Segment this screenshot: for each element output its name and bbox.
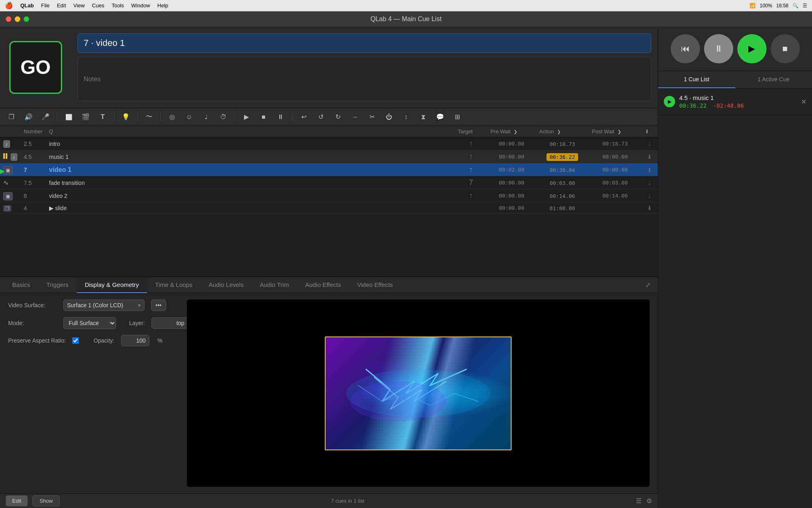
apple-menu[interactable]: 🍎: [5, 2, 13, 9]
opacity-input[interactable]: [121, 335, 149, 346]
toolbar-loop-btn[interactable]: ↕: [399, 111, 413, 123]
cue-row-name: ▶ slide: [46, 202, 455, 214]
menu-edit[interactable]: Edit: [57, 2, 66, 9]
col-header-action[interactable]: Action ❯: [536, 126, 589, 137]
tab-audio-effects[interactable]: Audio Effects: [297, 277, 349, 293]
cue-row-prewait: 00:00.00: [487, 150, 536, 163]
aspect-ratio-checkbox[interactable]: [72, 337, 79, 344]
table-row[interactable]: ♪ 4.5 music 1 ↑ 00:00.00 00:36.22 00:00.…: [0, 150, 658, 163]
go-button[interactable]: GO: [9, 41, 62, 94]
toolbar-chat-btn[interactable]: 💬: [433, 111, 447, 123]
tab-display-geometry[interactable]: Display & Geometry: [77, 277, 147, 293]
cue-row-end: ⬇: [641, 202, 658, 214]
cue-row-number: 4.5: [21, 150, 46, 163]
toolbar-power-btn[interactable]: ⏻: [382, 111, 396, 123]
tab-audio-trim[interactable]: Audio Trim: [252, 277, 297, 293]
rewind-button[interactable]: ⏮: [671, 34, 700, 63]
toolbar-undo-btn[interactable]: ↺: [313, 111, 328, 123]
menu-help[interactable]: Help: [158, 2, 168, 9]
cue-row-end: ↓: [641, 189, 658, 202]
tab-time-loops[interactable]: Time & Loops: [147, 277, 201, 293]
display-geometry-main: Video Surface: Surface 1 (Color LCD) •••…: [8, 300, 650, 487]
maximize-button[interactable]: [24, 16, 29, 22]
layer-value-input[interactable]: [151, 317, 188, 329]
toolbar-text-btn[interactable]: T: [95, 111, 110, 123]
svg-point-1: [350, 381, 446, 421]
table-row[interactable]: ▣ 8 video 2 ↑ 00:00.00 00:14.06 00:14.06…: [0, 189, 658, 202]
menu-tools[interactable]: Tools: [112, 2, 124, 9]
table-row[interactable]: ❐ 4 ▶ slide 00:00.00 01:00.00 ⬇: [0, 202, 658, 214]
settings-icon[interactable]: ⚙: [646, 497, 652, 505]
toolbar-group-btn[interactable]: ❐: [4, 111, 19, 123]
play-button[interactable]: ▶: [737, 34, 767, 63]
toolbar-grid-btn[interactable]: ⊞: [450, 111, 464, 123]
layer-label: Layer:: [129, 320, 145, 326]
active-cue-remaining: -02:48.86: [713, 102, 744, 109]
tab-basics[interactable]: Basics: [4, 277, 38, 293]
table-row[interactable]: ∿ 7.5 fade transition 7 00:00.00 00:03.0…: [0, 176, 658, 189]
panel-expand-button[interactable]: ⤢: [642, 277, 654, 293]
toolbar-mic-btn[interactable]: 🎤: [38, 111, 53, 123]
video-preview-box: [311, 330, 526, 456]
pause-button[interactable]: ⏸: [704, 34, 733, 63]
toolbar-pause-btn[interactable]: ⏸: [273, 111, 288, 123]
active-cue-close-button[interactable]: ✕: [801, 98, 806, 106]
toolbar-video-btn[interactable]: 🎬: [78, 111, 93, 123]
toolbar-screen-btn[interactable]: ⬜: [61, 111, 76, 123]
toolbar-emoji-btn[interactable]: ☺: [182, 111, 197, 123]
notification-icon[interactable]: ☰: [803, 3, 807, 9]
cue-table-container[interactable]: Number Q Target Pre Wait ❯: [0, 126, 658, 276]
list-view-icon[interactable]: ☰: [636, 497, 641, 505]
search-icon[interactable]: 🔍: [793, 3, 799, 9]
menu-window[interactable]: Window: [131, 2, 150, 9]
toolbar-music-btn[interactable]: ♩: [199, 111, 214, 123]
menu-cues[interactable]: Cues: [92, 2, 104, 9]
mode-select[interactable]: Full Surface: [63, 317, 116, 329]
show-button[interactable]: Show: [32, 495, 60, 506]
toolbar-back-btn[interactable]: ↩: [296, 111, 311, 123]
cue-row-prewait: 00:02.00: [487, 163, 536, 176]
toolbar-light-btn[interactable]: 💡: [119, 111, 133, 123]
cue-row-prewait: 00:00.00: [487, 176, 536, 189]
tab-video-effects[interactable]: Video Effects: [349, 277, 401, 293]
edit-button[interactable]: Edit: [6, 495, 28, 506]
top-section: GO: [0, 27, 658, 108]
toolbar-sep-1: [57, 113, 57, 122]
toolbar-stop-btn[interactable]: ■: [256, 111, 271, 123]
toolbar-play-btn[interactable]: ▶: [239, 111, 254, 123]
toolbar-hourglass-btn[interactable]: ⧗: [416, 111, 430, 123]
video-surface-select[interactable]: Surface 1 (Color LCD): [63, 300, 145, 311]
tab-triggers[interactable]: Triggers: [38, 277, 76, 293]
menu-view[interactable]: View: [73, 2, 85, 9]
col-header-prewait[interactable]: Pre Wait ❯: [487, 126, 536, 137]
col-header-target[interactable]: Target: [455, 126, 487, 137]
toolbar-redo-btn[interactable]: ↻: [330, 111, 345, 123]
col-header-q[interactable]: Q: [46, 126, 455, 137]
col-header-postwait[interactable]: Post Wait ❯: [589, 126, 641, 137]
toolbar-cut-btn[interactable]: ✂: [365, 111, 379, 123]
active-cue-play-indicator[interactable]: ▶: [664, 96, 675, 107]
cue-name-input[interactable]: [78, 33, 651, 53]
toolbar-arrow-btn[interactable]: →: [348, 111, 362, 123]
right-panel-tab-cuelist[interactable]: 1 Cue List: [658, 71, 735, 88]
table-row[interactable]: ♪ 2.5 intro ↑ 00:00.00 00:18.73 00:18.73…: [0, 137, 658, 150]
toolbar-audio-btn[interactable]: 🔊: [21, 111, 36, 123]
cue-row-number: 7: [21, 163, 46, 176]
toolbar-wave-btn[interactable]: 〜: [142, 111, 156, 123]
cue-notes-input[interactable]: [78, 57, 651, 101]
menu-qlab[interactable]: QLab: [20, 2, 34, 9]
cue-number-value: 2.5: [24, 141, 32, 147]
minimize-button[interactable]: [15, 16, 20, 22]
menu-file[interactable]: File: [41, 2, 50, 9]
cue-name-value: ▶ slide: [49, 205, 67, 211]
right-panel-tab-activecue[interactable]: 1 Active Cue: [735, 71, 812, 88]
stop-button[interactable]: ■: [771, 34, 800, 63]
close-button[interactable]: [6, 16, 11, 22]
toolbar-target-btn[interactable]: ◎: [165, 111, 179, 123]
col-header-number[interactable]: Number: [21, 126, 46, 137]
toolbar-clock-btn[interactable]: ⏱: [216, 111, 231, 123]
video-surface-dots-button[interactable]: •••: [151, 300, 166, 311]
battery-status: 100%: [760, 3, 772, 9]
tab-audio-levels[interactable]: Audio Levels: [201, 277, 252, 293]
table-row[interactable]: ▶ ▣ 7 video 1 ↑ 00:02.00 00:30.04 00:00.…: [0, 163, 658, 176]
